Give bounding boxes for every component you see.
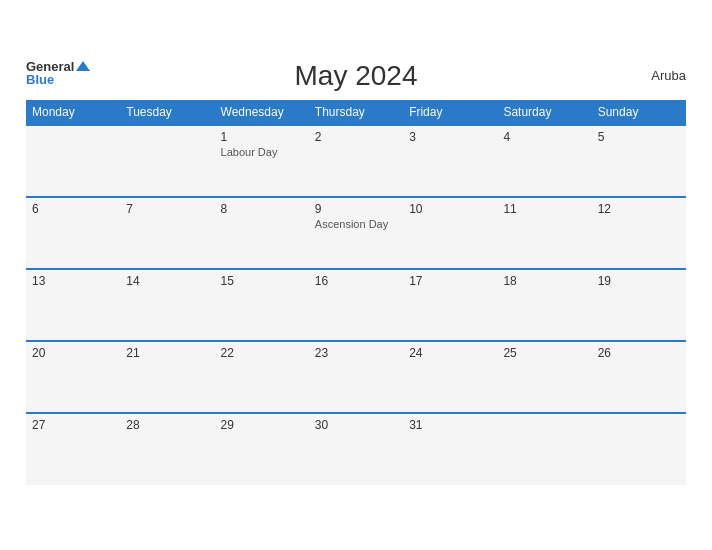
calendar-cell: 28 xyxy=(120,413,214,485)
calendar-cell: 5 xyxy=(592,125,686,197)
day-number: 22 xyxy=(221,346,303,360)
calendar-cell: 8 xyxy=(215,197,309,269)
day-number: 12 xyxy=(598,202,680,216)
calendar-cell: 26 xyxy=(592,341,686,413)
calendar-week-row: 13141516171819 xyxy=(26,269,686,341)
calendar-cell: 30 xyxy=(309,413,403,485)
day-number: 11 xyxy=(503,202,585,216)
day-number: 10 xyxy=(409,202,491,216)
calendar-cell: 7 xyxy=(120,197,214,269)
calendar-week-row: 6789Ascension Day101112 xyxy=(26,197,686,269)
day-number: 15 xyxy=(221,274,303,288)
day-number: 29 xyxy=(221,418,303,432)
calendar-cell: 18 xyxy=(497,269,591,341)
calendar-title: May 2024 xyxy=(295,60,418,92)
calendar-container: General Blue May 2024 Aruba Monday Tuesd… xyxy=(11,50,701,500)
calendar-week-row: 2728293031 xyxy=(26,413,686,485)
day-number: 30 xyxy=(315,418,397,432)
weekday-header-row: Monday Tuesday Wednesday Thursday Friday… xyxy=(26,100,686,125)
holiday-name: Ascension Day xyxy=(315,218,397,230)
calendar-cell: 20 xyxy=(26,341,120,413)
calendar-table: Monday Tuesday Wednesday Thursday Friday… xyxy=(26,100,686,485)
day-number: 6 xyxy=(32,202,114,216)
calendar-cell: 11 xyxy=(497,197,591,269)
calendar-cell xyxy=(26,125,120,197)
day-number: 23 xyxy=(315,346,397,360)
calendar-header: General Blue May 2024 Aruba xyxy=(26,60,686,92)
day-number: 5 xyxy=(598,130,680,144)
calendar-cell: 23 xyxy=(309,341,403,413)
day-number: 24 xyxy=(409,346,491,360)
header-friday: Friday xyxy=(403,100,497,125)
calendar-cell: 21 xyxy=(120,341,214,413)
calendar-cell: 4 xyxy=(497,125,591,197)
calendar-cell: 22 xyxy=(215,341,309,413)
calendar-week-row: 1Labour Day2345 xyxy=(26,125,686,197)
day-number: 21 xyxy=(126,346,208,360)
calendar-body: 1Labour Day23456789Ascension Day10111213… xyxy=(26,125,686,485)
calendar-cell: 3 xyxy=(403,125,497,197)
day-number: 19 xyxy=(598,274,680,288)
calendar-cell: 6 xyxy=(26,197,120,269)
day-number: 3 xyxy=(409,130,491,144)
header-monday: Monday xyxy=(26,100,120,125)
day-number: 1 xyxy=(221,130,303,144)
calendar-cell xyxy=(120,125,214,197)
day-number: 28 xyxy=(126,418,208,432)
calendar-cell: 1Labour Day xyxy=(215,125,309,197)
calendar-cell: 13 xyxy=(26,269,120,341)
day-number: 17 xyxy=(409,274,491,288)
header-thursday: Thursday xyxy=(309,100,403,125)
day-number: 2 xyxy=(315,130,397,144)
calendar-cell: 16 xyxy=(309,269,403,341)
day-number: 25 xyxy=(503,346,585,360)
holiday-name: Labour Day xyxy=(221,146,303,158)
calendar-cell: 29 xyxy=(215,413,309,485)
day-number: 20 xyxy=(32,346,114,360)
day-number: 8 xyxy=(221,202,303,216)
calendar-cell xyxy=(592,413,686,485)
calendar-cell: 2 xyxy=(309,125,403,197)
header-sunday: Sunday xyxy=(592,100,686,125)
day-number: 14 xyxy=(126,274,208,288)
day-number: 26 xyxy=(598,346,680,360)
header-tuesday: Tuesday xyxy=(120,100,214,125)
calendar-week-row: 20212223242526 xyxy=(26,341,686,413)
calendar-cell: 25 xyxy=(497,341,591,413)
day-number: 31 xyxy=(409,418,491,432)
calendar-cell: 14 xyxy=(120,269,214,341)
logo: General Blue xyxy=(26,60,90,86)
header-wednesday: Wednesday xyxy=(215,100,309,125)
day-number: 7 xyxy=(126,202,208,216)
calendar-cell xyxy=(497,413,591,485)
calendar-cell: 17 xyxy=(403,269,497,341)
day-number: 13 xyxy=(32,274,114,288)
logo-triangle-icon xyxy=(76,61,90,71)
calendar-cell: 27 xyxy=(26,413,120,485)
calendar-cell: 15 xyxy=(215,269,309,341)
calendar-cell: 31 xyxy=(403,413,497,485)
calendar-cell: 12 xyxy=(592,197,686,269)
calendar-cell: 9Ascension Day xyxy=(309,197,403,269)
header-saturday: Saturday xyxy=(497,100,591,125)
day-number: 16 xyxy=(315,274,397,288)
calendar-cell: 24 xyxy=(403,341,497,413)
calendar-cell: 19 xyxy=(592,269,686,341)
day-number: 9 xyxy=(315,202,397,216)
calendar-cell: 10 xyxy=(403,197,497,269)
day-number: 27 xyxy=(32,418,114,432)
day-number: 18 xyxy=(503,274,585,288)
logo-blue-text: Blue xyxy=(26,73,90,86)
country-label: Aruba xyxy=(651,68,686,83)
day-number: 4 xyxy=(503,130,585,144)
